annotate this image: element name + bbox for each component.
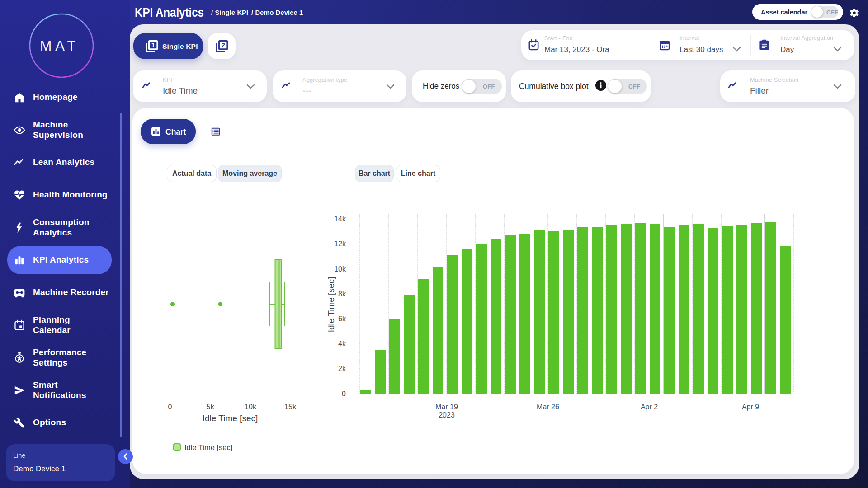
svg-text:MAT: MAT bbox=[40, 38, 79, 54]
svg-text:1: 1 bbox=[151, 41, 155, 49]
svg-text:2: 2 bbox=[221, 41, 225, 49]
